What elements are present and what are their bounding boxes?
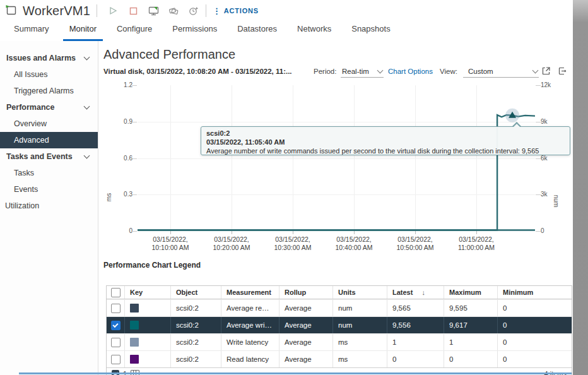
legend-header-measurement[interactable]: Measurement <box>221 286 279 299</box>
x-axis-label-time: 11:00:00 AM <box>446 244 507 252</box>
sidebar-item-all-issues[interactable]: All Issues <box>0 66 98 83</box>
tab-datastores[interactable]: Datastores <box>231 24 283 41</box>
legend-header-latest[interactable]: Latest↓ <box>387 286 444 299</box>
migrate-icon[interactable] <box>168 5 179 16</box>
legend-header-rollup[interactable]: Rollup <box>279 286 332 299</box>
tab-monitor[interactable]: Monitor <box>63 24 103 41</box>
left-axis-tick-label: 0.3 <box>107 191 132 198</box>
x-axis-label-time: 10:20:00 AM <box>201 244 262 252</box>
tab-snapshots[interactable]: Snapshots <box>345 24 396 41</box>
legend-row-checkbox[interactable] <box>111 338 121 347</box>
legend-row-checkbox[interactable] <box>111 321 121 330</box>
snapshot-icon[interactable] <box>188 5 199 16</box>
x-axis-tick <box>476 231 477 234</box>
chevron-down-icon <box>84 54 90 61</box>
legend-cell-latest: 9,565 <box>387 300 444 316</box>
tooltip-timestamp: 03/15/2022, 11:05:40 AM <box>206 138 570 146</box>
performance-chart-plot[interactable] <box>138 85 535 231</box>
legend-cell-rollup: Average <box>279 334 332 350</box>
advanced-performance-panel: Advanced Performance Virtual disk, 03/15… <box>98 41 573 375</box>
legend-header-maximum[interactable]: Maximum <box>444 286 497 299</box>
legend-row-checkbox[interactable] <box>111 304 121 313</box>
power-off-icon[interactable] <box>127 5 139 16</box>
popout-chart-icon[interactable] <box>541 66 551 76</box>
left-axis-tick-label: 0.9 <box>107 118 132 125</box>
monitor-sidebar: Issues and AlarmsAll IssuesTriggered Ala… <box>0 41 98 375</box>
chevron-down-icon <box>532 68 539 74</box>
tab-summary[interactable]: Summary <box>8 24 56 41</box>
sidebar-item-overview[interactable]: Overview <box>0 116 98 132</box>
legend-header-object[interactable]: Object <box>170 286 221 299</box>
chevron-down-icon <box>84 104 90 110</box>
sort-descending-icon: ↓ <box>421 289 425 296</box>
x-axis-tick <box>354 231 355 234</box>
x-axis-tick <box>293 231 293 234</box>
sidebar-section-issues-and-alarms[interactable]: Issues and Alarms <box>0 50 98 66</box>
select-all-checkbox[interactable] <box>111 288 121 297</box>
legend-cell-units: num <box>332 317 387 333</box>
legend-header-minimum[interactable]: Minimum <box>497 286 572 299</box>
sidebar-item-events[interactable]: Events <box>0 181 98 198</box>
x-axis-label-time: 10:10:00 AM <box>140 244 201 252</box>
legend-cell-maximum: 9,617 <box>444 317 497 333</box>
period-label: Period: <box>314 68 336 75</box>
sidebar-item-tasks[interactable]: Tasks <box>0 165 98 181</box>
x-axis-label-time: 10:50:00 AM <box>385 244 445 252</box>
vm-header-bar: WorkerVM1 <box>0 0 578 21</box>
legend-header-row: KeyObjectMeasurementRollupUnitsLatest↓Ma… <box>107 286 572 299</box>
right-axis-tick <box>536 85 541 86</box>
legend-key-cell <box>124 317 170 333</box>
legend-cell-object: scsi0:2 <box>170 317 221 333</box>
sidebar-item-triggered-alarms[interactable]: Triggered Alarms <box>0 83 98 99</box>
legend-header-label: Units <box>338 289 356 296</box>
tab-networks[interactable]: Networks <box>291 24 338 41</box>
sidebar-section-label: Issues and Alarms <box>6 54 76 62</box>
legend-row[interactable]: scsi0:2Average re…Averagenum9,5659,5950 <box>107 299 572 316</box>
power-on-icon[interactable] <box>107 5 119 16</box>
legend-cell-minimum: 0 <box>497 351 572 367</box>
legend-header-label: Measurement <box>226 289 271 296</box>
sidebar-item-utilization[interactable]: Utilization <box>0 198 98 214</box>
tab-permissions[interactable]: Permissions <box>166 24 223 41</box>
x-axis-label-date: 03/15/2022, <box>446 235 507 244</box>
export-chart-icon[interactable] <box>558 66 567 76</box>
legend-header-label: Minimum <box>503 289 533 296</box>
sidebar-section-label: Performance <box>6 103 54 112</box>
x-axis-label-date: 03/15/2022, <box>201 235 262 244</box>
legend-row[interactable]: scsi0:2Average wri…Averagenum9,5569,6170 <box>107 316 572 333</box>
view-dropdown[interactable]: Custom <box>463 66 539 78</box>
legend-row[interactable]: scsi0:2Write latencyAveragems110 <box>107 333 572 350</box>
x-axis-tick <box>170 231 171 234</box>
legend-cell-maximum: 0 <box>444 351 497 367</box>
chart-options-link[interactable]: Chart Options <box>388 68 433 75</box>
chart-tooltip: scsi0:2 03/15/2022, 11:05:40 AM Average … <box>201 126 570 155</box>
period-dropdown[interactable]: Real-tim <box>341 66 384 78</box>
tab-configure[interactable]: Configure <box>110 24 158 41</box>
legend-row[interactable]: scsi0:2Read latencyAveragems000 <box>107 350 572 367</box>
x-axis-label: 03/15/2022,10:20:00 AM <box>201 235 262 252</box>
legend-cell-measurement: Read latency <box>221 351 279 367</box>
actions-label: ACTIONS <box>224 7 259 15</box>
sidebar-item-advanced[interactable]: Advanced <box>0 132 98 148</box>
legend-row-checkbox-cell <box>107 334 124 350</box>
x-axis-label-date: 03/15/2022, <box>140 235 201 244</box>
legend-cell-latest: 9,556 <box>387 317 444 333</box>
legend-header-key[interactable]: Key <box>124 286 170 299</box>
period-value: Real-tim <box>342 68 369 75</box>
sidebar-section-tasks-and-events[interactable]: Tasks and Events <box>0 148 98 165</box>
legend-cell-latest: 0 <box>387 351 444 367</box>
launch-console-icon[interactable] <box>148 5 159 16</box>
x-axis-tick <box>232 231 232 234</box>
view-value: Custom <box>464 68 493 75</box>
legend-header-units[interactable]: Units <box>332 286 387 299</box>
sidebar-section-performance[interactable]: Performance <box>0 99 98 116</box>
actions-button[interactable]: ⋮ ACTIONS <box>213 6 259 16</box>
chart-controls-row: Virtual disk, 03/15/2022, 10:08:20 AM - … <box>98 66 573 79</box>
legend-cell-minimum: 0 <box>497 334 572 350</box>
legend-row-checkbox[interactable] <box>111 355 121 364</box>
legend-header-label: Object <box>176 289 197 296</box>
legend-row-checkbox-cell <box>107 300 124 316</box>
legend-header-label: Latest <box>392 289 413 296</box>
legend-cell-measurement: Average wri… <box>221 317 279 333</box>
left-axis-tick-label: 1.2 <box>107 81 132 88</box>
